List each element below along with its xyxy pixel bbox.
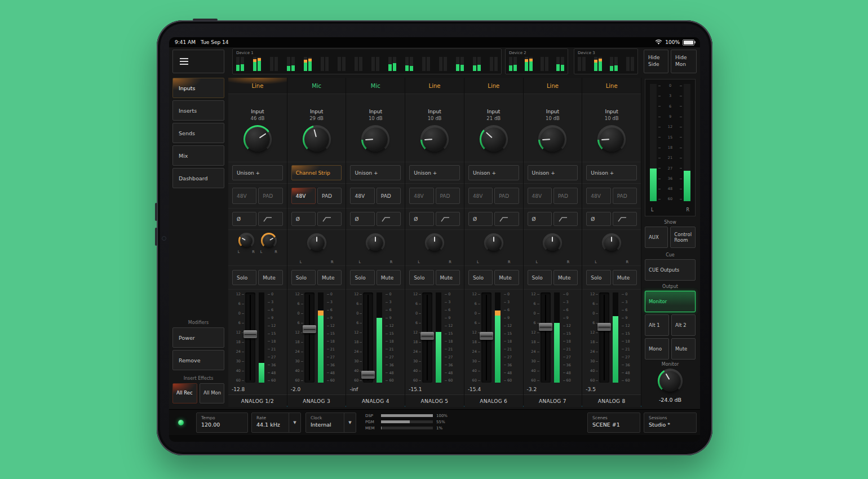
monitor-output-button[interactable]: Monitor	[645, 291, 696, 312]
clock-source-select[interactable]: Clock Internal ▼	[305, 413, 356, 433]
sidebar-item-mix[interactable]: Mix	[172, 145, 224, 166]
solo-button[interactable]: Solo	[468, 270, 493, 285]
cue-outputs-button[interactable]: CUE Outputs	[645, 259, 696, 281]
solo-button[interactable]: Solo	[291, 270, 316, 285]
unison-button[interactable]: Channel Strip	[291, 165, 342, 180]
mute-button[interactable]: Mute	[553, 270, 578, 285]
mute-button[interactable]: Mute	[377, 270, 401, 285]
mute-button[interactable]: Mute	[258, 270, 282, 285]
pad-button[interactable]: PAD	[494, 188, 519, 204]
sidebar-item-dashboard[interactable]: Dashboard	[172, 168, 224, 188]
mono-button[interactable]: Mono	[645, 338, 669, 360]
all-mon-button[interactable]: All Mon	[200, 383, 224, 403]
channel-fader[interactable]	[422, 292, 432, 383]
hide-side-button[interactable]: Hide Side	[644, 50, 668, 73]
gain-knob[interactable]	[420, 125, 449, 153]
fader-handle[interactable]	[361, 371, 375, 379]
control-room-button[interactable]: Control Room	[670, 227, 696, 248]
solo-button[interactable]: Solo	[409, 270, 433, 285]
fader-handle[interactable]	[303, 325, 316, 333]
monitor-mute-button[interactable]: Mute	[671, 338, 696, 360]
mute-button[interactable]: Mute	[436, 270, 460, 285]
monitor-level-knob[interactable]	[658, 369, 683, 393]
pad-button[interactable]: PAD	[258, 188, 282, 204]
channel-fader[interactable]	[541, 292, 551, 383]
phase-button[interactable]: Ø	[409, 212, 433, 226]
chevron-down-icon[interactable]: ▼	[289, 413, 300, 432]
channel-fader[interactable]	[481, 292, 491, 383]
input-type-button[interactable]: Line	[582, 78, 641, 94]
fader-handle[interactable]	[243, 330, 257, 338]
input-type-button[interactable]: Mic	[346, 78, 405, 94]
menu-button[interactable]	[172, 50, 224, 73]
gain-knob[interactable]	[303, 125, 331, 153]
pan-knob[interactable]	[307, 233, 326, 252]
phantom-48v-button[interactable]: 48V	[350, 188, 374, 204]
sessions-button[interactable]: Sessions Studio *	[644, 413, 697, 433]
phantom-48v-button[interactable]: 48V	[586, 188, 610, 204]
hpf-button[interactable]	[553, 212, 578, 226]
unison-button[interactable]: Unison +	[409, 165, 460, 180]
channel-name[interactable]: ANALOG 8	[582, 394, 641, 407]
gain-knob[interactable]	[597, 125, 626, 153]
sidebar-item-inputs[interactable]: Inputs	[172, 78, 224, 98]
gain-knob[interactable]	[361, 125, 389, 153]
phase-button[interactable]: Ø	[468, 212, 493, 226]
hide-mon-button[interactable]: Hide Mon	[671, 50, 697, 73]
channel-fader[interactable]	[245, 292, 255, 383]
pad-button[interactable]: PAD	[553, 188, 578, 204]
input-type-button[interactable]: Line	[524, 78, 582, 94]
chevron-down-icon[interactable]: ▼	[344, 413, 356, 432]
phantom-48v-button[interactable]: 48V	[409, 188, 433, 204]
fader-handle[interactable]	[539, 323, 552, 331]
pad-button[interactable]: PAD	[317, 188, 342, 204]
channel-fader[interactable]	[599, 292, 609, 383]
pad-button[interactable]: PAD	[613, 188, 637, 204]
channel-name[interactable]: ANALOG 3	[287, 394, 346, 407]
phantom-48v-button[interactable]: 48V	[232, 188, 256, 204]
aux-button[interactable]: AUX	[645, 227, 668, 248]
mute-button[interactable]: Mute	[494, 270, 519, 285]
sample-rate-select[interactable]: Rate 44.1 kHz ▼	[251, 413, 301, 433]
phase-button[interactable]: Ø	[586, 212, 610, 226]
phantom-48v-button[interactable]: 48V	[528, 188, 552, 204]
phantom-48v-button[interactable]: 48V	[291, 188, 316, 204]
solo-button[interactable]: Solo	[232, 270, 256, 285]
mute-button[interactable]: Mute	[317, 270, 342, 285]
pan-knob[interactable]	[484, 233, 503, 252]
phase-button[interactable]: Ø	[528, 212, 552, 226]
input-type-button[interactable]: Line	[405, 78, 464, 94]
unison-button[interactable]: Unison +	[586, 165, 637, 180]
channel-name[interactable]: ANALOG 4	[346, 394, 405, 407]
tempo-field[interactable]: Tempo 120.00	[196, 413, 248, 433]
pan-knob-right[interactable]	[261, 233, 277, 249]
hpf-button[interactable]	[436, 212, 460, 226]
channel-fader[interactable]	[363, 292, 373, 383]
hpf-button[interactable]	[613, 212, 637, 226]
channel-name[interactable]: ANALOG 6	[464, 394, 523, 407]
alt1-button[interactable]: Alt 1	[645, 314, 669, 336]
input-type-button[interactable]: Mic	[287, 78, 346, 94]
fader-handle[interactable]	[597, 323, 611, 331]
unison-button[interactable]: Unison +	[232, 165, 283, 180]
mute-button[interactable]: Mute	[613, 270, 637, 285]
pan-knob[interactable]	[425, 233, 444, 252]
phase-button[interactable]: Ø	[232, 212, 256, 226]
unison-button[interactable]: Unison +	[468, 165, 519, 180]
hpf-button[interactable]	[258, 212, 282, 226]
phase-button[interactable]: Ø	[350, 212, 374, 226]
pan-knob[interactable]	[602, 233, 621, 252]
all-rec-button[interactable]: All Rec	[172, 383, 197, 403]
input-type-button[interactable]: Line	[228, 78, 287, 94]
gain-knob[interactable]	[480, 125, 508, 153]
channel-name[interactable]: ANALOG 5	[405, 394, 464, 407]
pan-knob-left[interactable]	[238, 233, 254, 249]
phase-button[interactable]: Ø	[291, 212, 316, 226]
scenes-button[interactable]: Scenes SCENE #1	[587, 413, 640, 433]
solo-button[interactable]: Solo	[586, 270, 610, 285]
remove-button[interactable]: Remove	[172, 350, 224, 370]
phantom-48v-button[interactable]: 48V	[468, 188, 493, 204]
power-button[interactable]: Power	[172, 327, 224, 348]
pad-button[interactable]: PAD	[377, 188, 401, 204]
fader-handle[interactable]	[420, 332, 434, 340]
